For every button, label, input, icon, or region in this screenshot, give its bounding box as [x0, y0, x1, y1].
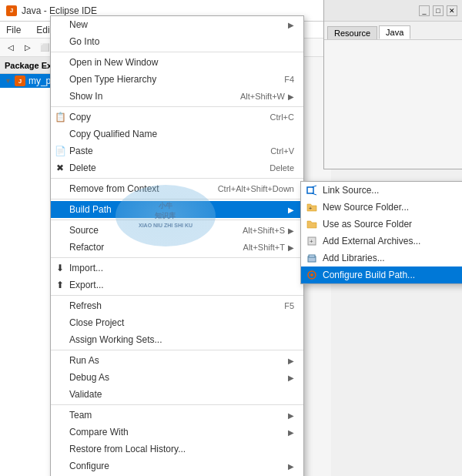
menu-refresh[interactable]: Refresh F5 — [51, 297, 303, 314]
svg-line-2 — [312, 193, 316, 195]
menu-new-arrow: ▶ — [288, 21, 294, 29]
submenu-use-as-source[interactable]: Use as Source Folder — [301, 216, 462, 233]
refresh-shortcut: F5 — [284, 301, 294, 310]
show-in-arrow: ▶ — [288, 92, 294, 101]
menu-validate[interactable]: Validate — [51, 386, 303, 403]
tree-arrow: ▼ — [5, 77, 12, 85]
sep-8 — [51, 350, 303, 350]
sep-3 — [51, 178, 303, 179]
java-icon: J — [6, 5, 17, 16]
build-path-submenu: Link Source... + New Source Folder... Us… — [300, 181, 462, 284]
svg-point-9 — [310, 273, 313, 277]
toolbar-btn-2[interactable]: ▷ — [20, 41, 35, 55]
paste-shortcut: Ctrl+V — [270, 146, 294, 156]
ide-right-panel: _ □ ✕ Resource Java — [323, 0, 462, 169]
compare-arrow: ▶ — [288, 428, 294, 437]
sep-4 — [51, 199, 303, 199]
source-shortcut: Alt+Shift+S — [243, 226, 285, 235]
new-source-folder-icon: + — [304, 199, 320, 215]
link-source-icon — [304, 183, 320, 198]
menu-assign-working-sets[interactable]: Assign Working Sets... — [51, 331, 303, 348]
paste-icon: 📄 — [54, 145, 66, 157]
submenu-link-source[interactable]: Link Source... — [301, 182, 462, 199]
refactor-shortcut: Alt+Shift+T — [243, 243, 285, 252]
menu-compare-with[interactable]: Compare With ▶ — [51, 424, 303, 441]
menu-new[interactable]: New ▶ — [51, 16, 303, 33]
import-icon: ⬇ — [54, 262, 66, 274]
menu-remove-context[interactable]: Remove from Context Ctrl+Alt+Shift+Down — [51, 180, 303, 197]
menu-export[interactable]: ⬆ Export... — [51, 277, 303, 293]
source-arrow: ▶ — [288, 226, 294, 235]
ide-title: Java - Eclipse IDE — [22, 5, 97, 16]
sep-5 — [51, 220, 303, 220]
add-ext-archives-icon: + — [304, 233, 320, 249]
configure-build-path-icon — [304, 267, 320, 283]
menu-delete[interactable]: ✖ Delete Delete — [51, 159, 303, 176]
svg-rect-7 — [309, 255, 315, 257]
menu-restore-history[interactable]: Restore from Local History... — [51, 441, 303, 458]
remove-context-shortcut: Ctrl+Alt+Shift+Down — [218, 184, 294, 193]
right-titlebar: _ □ ✕ — [324, 0, 462, 22]
sep-9 — [51, 404, 303, 405]
maximize-btn[interactable]: □ — [433, 5, 444, 16]
menu-debug-as[interactable]: Debug As ▶ — [51, 369, 303, 386]
open-type-shortcut: F4 — [284, 75, 294, 84]
menu-source[interactable]: Source Alt+Shift+S ▶ — [51, 222, 303, 239]
svg-line-1 — [312, 186, 316, 187]
submenu-new-source-folder[interactable]: + New Source Folder... — [301, 199, 462, 216]
submenu-configure-build-path[interactable]: Configure Build Path... — [301, 266, 462, 283]
build-path-arrow: ▶ — [288, 206, 294, 214]
menu-refactor[interactable]: Refactor Alt+Shift+T ▶ — [51, 239, 303, 256]
sep-1 — [51, 52, 303, 52]
configure-arrow: ▶ — [288, 462, 294, 471]
delete-icon: ✖ — [54, 162, 66, 174]
menu-file[interactable]: File — [3, 23, 24, 37]
use-as-source-icon — [304, 216, 320, 232]
menu-open-type-hierarchy[interactable]: Open Type Hierarchy F4 — [51, 71, 303, 88]
copy-icon: 📋 — [54, 111, 66, 123]
team-arrow: ▶ — [288, 411, 294, 420]
menu-paste[interactable]: 📄 Paste Ctrl+V — [51, 142, 303, 159]
project-icon: J — [15, 75, 25, 86]
close-btn[interactable]: ✕ — [447, 5, 457, 16]
right-tabs: Resource Java — [324, 22, 462, 40]
sep-6 — [51, 257, 303, 258]
menu-configure[interactable]: Configure ▶ — [51, 458, 303, 474]
copy-shortcut: Ctrl+C — [270, 112, 294, 122]
sep-7 — [51, 295, 303, 296]
debug-as-arrow: ▶ — [288, 374, 294, 382]
add-libraries-icon — [304, 250, 320, 266]
submenu-add-ext-archives[interactable]: + Add External Archives... — [301, 233, 462, 250]
tab-resource[interactable]: Resource — [327, 26, 377, 39]
menu-copy-qualified[interactable]: Copy Qualified Name — [51, 126, 303, 142]
menu-close-project[interactable]: Close Project — [51, 314, 303, 331]
menu-team[interactable]: Team ▶ — [51, 407, 303, 424]
svg-text:+: + — [310, 238, 313, 245]
menu-copy[interactable]: 📋 Copy Ctrl+C — [51, 109, 303, 126]
menu-import[interactable]: ⬇ Import... — [51, 260, 303, 277]
menu-build-path[interactable]: Build Path ▶ — [51, 201, 303, 218]
minimize-btn[interactable]: _ — [419, 5, 430, 16]
show-in-shortcut: Alt+Shift+W — [240, 92, 285, 101]
toolbar-btn-1[interactable]: ◁ — [3, 41, 18, 55]
svg-rect-0 — [307, 187, 313, 193]
menu-go-into[interactable]: Go Into — [51, 33, 303, 50]
menu-run-as[interactable]: Run As ▶ — [51, 352, 303, 369]
tab-java[interactable]: Java — [379, 25, 410, 39]
menu-show-in[interactable]: Show In Alt+Shift+W ▶ — [51, 88, 303, 105]
project-label: my_p — [28, 75, 51, 86]
menu-open-new-window[interactable]: Open in New Window — [51, 54, 303, 71]
context-menu: New ▶ Go Into Open in New Window Open Ty… — [50, 15, 304, 476]
export-icon: ⬆ — [54, 279, 66, 291]
svg-text:+: + — [309, 206, 312, 211]
submenu-add-libraries[interactable]: Add Libraries... — [301, 250, 462, 266]
refactor-arrow: ▶ — [288, 243, 294, 252]
run-as-arrow: ▶ — [288, 357, 294, 365]
delete-shortcut: Delete — [270, 163, 294, 173]
sep-2 — [51, 106, 303, 107]
